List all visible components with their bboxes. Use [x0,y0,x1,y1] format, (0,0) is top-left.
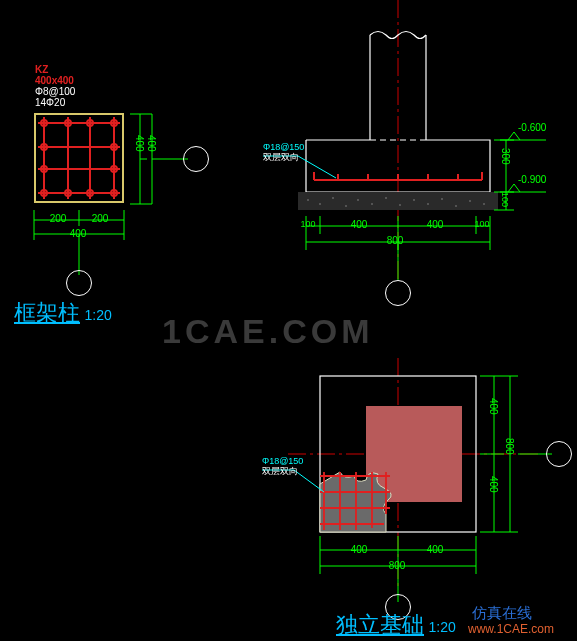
dim-300: 300 [500,148,511,165]
dim-400rt: 400 [146,135,157,152]
column-stirrup: Φ8@100 [35,86,75,97]
dim-100r: 100 [472,219,492,229]
axis-bubble-section-bottom [385,280,411,306]
watermark-sub1: 仿真在线 [472,604,532,623]
plan-dim-400a: 400 [324,544,394,555]
dim-100v: 100 [500,192,510,207]
dim-400b: 400 [400,219,470,230]
dim-200a: 200 [38,213,78,224]
plan-dim-400b: 400 [400,544,470,555]
column-size: 400x400 [35,75,74,86]
dim-400a: 400 [324,219,394,230]
column-name: KZ [35,64,48,75]
footing-title: 独立基础 [336,612,424,637]
axis-bubble-column-right [183,146,209,172]
watermark-main: 1CAE.COM [162,312,373,351]
dim-800: 800 [360,235,430,246]
watermark-sub2: www.1CAE.com [468,622,554,636]
column-scale: 1:20 [84,307,111,323]
footing-scale: 1:20 [428,619,455,635]
column-title-group: 框架柱 1:20 [14,298,112,328]
dim-400b: 400 [48,228,108,239]
axis-bubble-plan-right [546,441,572,467]
dim-100l: 100 [298,219,318,229]
column-dimensions [20,100,190,280]
dim-200b: 200 [80,213,120,224]
footing-section-dims [258,130,577,300]
dim-400r: 400 [134,135,145,152]
plan-dim-800b: 800 [362,560,432,571]
footing-title-group: 独立基础 1:20 [336,610,456,640]
plan-dim-400r2: 400 [488,476,499,493]
footing-plan-dims [258,358,577,618]
axis-bubble-column-bottom [66,270,92,296]
plan-dim-400r1: 400 [488,398,499,415]
plan-dim-800r: 800 [504,438,515,455]
column-title: 框架柱 [14,300,80,325]
